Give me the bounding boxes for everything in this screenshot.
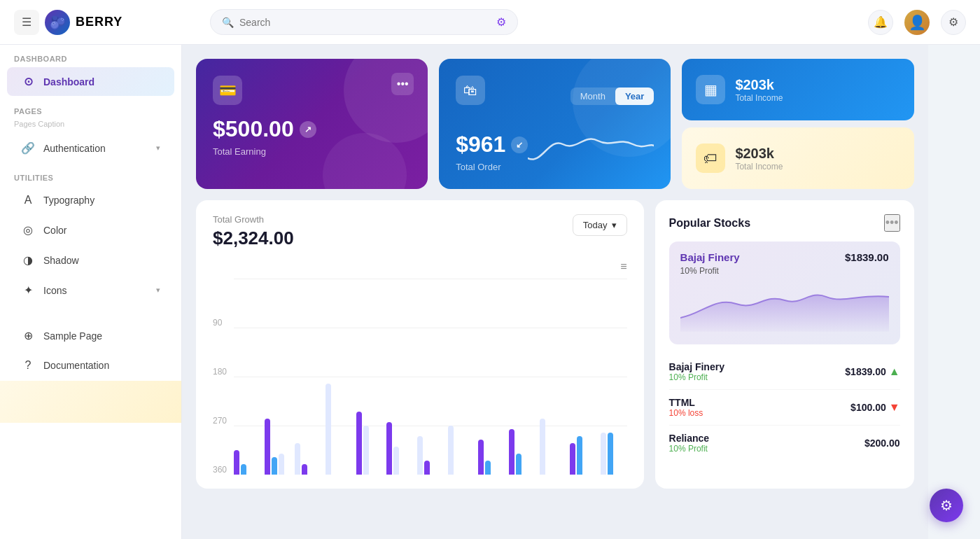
bar-chart: 360 270 180 90 bbox=[213, 279, 627, 475]
earning-trend-icon: ↗ bbox=[300, 121, 316, 138]
order-amount: $961 ↙ bbox=[456, 132, 528, 158]
sidebar-item-label-shadow: Shadow bbox=[43, 255, 79, 266]
bell-icon: 🔔 bbox=[874, 15, 888, 29]
color-icon: ◎ bbox=[21, 223, 35, 237]
search-input[interactable] bbox=[239, 17, 491, 28]
bar-group-7 bbox=[417, 436, 444, 475]
stock-list: Bajaj Finery 10% Profit $1839.00 ▲ TTML … bbox=[669, 354, 900, 461]
income-blue-amount: $203k bbox=[735, 77, 783, 93]
up-icon-1: ▲ bbox=[889, 365, 900, 378]
bar-group-8 bbox=[448, 426, 475, 475]
income-blue-icon: ▦ bbox=[696, 75, 725, 104]
topbar-actions: 🔔 👤 ⚙ bbox=[868, 10, 966, 35]
icons-chevron-icon: ▾ bbox=[156, 286, 160, 295]
notification-button[interactable]: 🔔 bbox=[868, 10, 893, 35]
pages-section-label: Pages bbox=[0, 97, 181, 118]
growth-header: Total Growth $2,324.00 Today ▾ bbox=[213, 214, 627, 249]
bar-light bbox=[540, 419, 545, 475]
bar-purple bbox=[302, 464, 307, 475]
bar-light bbox=[326, 384, 331, 475]
sidebar-item-shadow[interactable]: ◑ Shadow bbox=[7, 246, 174, 274]
pages-caption: Pages Caption bbox=[0, 118, 181, 132]
avatar[interactable]: 👤 bbox=[904, 10, 930, 35]
stock-badge-1: $1839.00 ▲ bbox=[845, 365, 899, 378]
sidebar-item-authentication[interactable]: 🔗 Authentication ▾ bbox=[7, 134, 174, 162]
stock-pct-3: 10% Profit bbox=[669, 444, 710, 454]
logo-area: ☰ 🫐 BERRY bbox=[14, 10, 196, 35]
y-axis: 360 270 180 90 bbox=[213, 279, 234, 475]
order-trend-icon: ↙ bbox=[511, 136, 528, 153]
filter-icon-button[interactable]: ⚙ bbox=[496, 15, 506, 29]
stock-list-item-3: Reliance 10% Profit $200.00 bbox=[669, 426, 900, 461]
chart-bars-area bbox=[234, 279, 627, 475]
order-wave-chart bbox=[528, 130, 654, 172]
income-card-yellow: 🏷 $203k Total Income bbox=[682, 127, 913, 189]
sidebar-item-documentation[interactable]: ? Documentation bbox=[7, 351, 174, 379]
search-bar: 🔍 ⚙ bbox=[210, 9, 518, 35]
shadow-icon: ◑ bbox=[21, 253, 35, 267]
bar-light bbox=[363, 426, 369, 475]
featured-stock: Bajaj Finery $1839.00 10% Profit bbox=[669, 241, 900, 344]
bar-group-1 bbox=[234, 450, 260, 475]
down-icon-2: ▼ bbox=[889, 401, 900, 414]
stock-badge-3: $200.00 bbox=[864, 438, 900, 449]
hamburger-button[interactable]: ☰ bbox=[14, 10, 39, 35]
bar-purple bbox=[356, 412, 362, 475]
chart-menu-icon[interactable]: ≡ bbox=[620, 260, 626, 273]
bar-blue bbox=[516, 454, 522, 475]
income-yellow-icon: 🏷 bbox=[696, 144, 725, 173]
sidebar-item-dashboard[interactable]: ⊙ Dashboard bbox=[7, 67, 174, 96]
fab-button[interactable]: ⚙ bbox=[930, 489, 963, 522]
search-icon: 🔍 bbox=[222, 17, 234, 28]
bar-purple bbox=[234, 450, 239, 475]
bar-group-10 bbox=[509, 429, 536, 475]
bar-group-5 bbox=[356, 412, 383, 475]
sidebar-item-sample-page[interactable]: ⊕ Sample Page bbox=[7, 321, 174, 350]
stock-badge-2: $100.00 ▼ bbox=[850, 401, 899, 414]
stock-name-1: Bajaj Finery bbox=[669, 361, 724, 372]
brand-name: BERRY bbox=[76, 15, 122, 29]
bar-blue bbox=[241, 464, 246, 475]
settings-icon: ⚙ bbox=[948, 15, 958, 29]
sidebar-item-color[interactable]: ◎ Color bbox=[7, 216, 174, 244]
dashboard-icon: ⊙ bbox=[21, 75, 35, 88]
bar-purple bbox=[570, 443, 575, 475]
order-card-header: 🛍 Month Year bbox=[456, 76, 654, 116]
stock-price-3: $200.00 bbox=[864, 438, 900, 449]
sidebar-item-typography[interactable]: A Typography bbox=[7, 186, 174, 214]
sidebar: Dashboard ⊙ Dashboard Pages Pages Captio… bbox=[0, 45, 182, 539]
topbar: ☰ 🫐 BERRY 🔍 ⚙ 🔔 👤 ⚙ bbox=[0, 0, 980, 45]
bar-group-4 bbox=[326, 384, 352, 475]
earning-more-button[interactable]: ••• bbox=[391, 73, 414, 95]
featured-stock-header: Bajaj Finery $1839.00 bbox=[680, 251, 889, 263]
bar-light bbox=[417, 436, 423, 475]
growth-card: Total Growth $2,324.00 Today ▾ ≡ 360 270 bbox=[196, 200, 644, 489]
typography-icon: A bbox=[21, 194, 35, 206]
sidebar-item-icons[interactable]: ✦ Icons ▾ bbox=[7, 276, 174, 304]
bar-blue bbox=[608, 433, 613, 475]
order-chart-area: $961 ↙ Total Order bbox=[456, 130, 654, 172]
bar-light bbox=[448, 426, 454, 475]
stock-price-2: $100.00 bbox=[850, 402, 886, 413]
bar-purple bbox=[265, 419, 270, 475]
docs-icon: ? bbox=[21, 359, 35, 372]
income-cards-column: ▦ $203k Total Income 🏷 $203k Total Incom… bbox=[682, 59, 913, 189]
dashboard-section-label: Dashboard bbox=[0, 45, 181, 66]
stock-name-2: TTML bbox=[669, 397, 704, 408]
today-button[interactable]: Today ▾ bbox=[573, 214, 627, 236]
stock-price-1: $1839.00 bbox=[845, 366, 886, 377]
bar-group-9 bbox=[478, 440, 505, 475]
logo-icon: 🫐 bbox=[45, 10, 70, 35]
toggle-month-button[interactable]: Month bbox=[570, 88, 615, 105]
stock-pct-2: 10% loss bbox=[669, 408, 704, 418]
stocks-title: Popular Stocks bbox=[669, 217, 750, 230]
stocks-header: Popular Stocks ••• bbox=[669, 214, 900, 232]
period-toggle-group: Month Year bbox=[570, 88, 654, 105]
featured-stock-price: $1839.00 bbox=[845, 251, 889, 263]
bar-blue bbox=[485, 461, 491, 475]
stocks-more-button[interactable]: ••• bbox=[884, 214, 900, 232]
bar-purple bbox=[478, 440, 484, 475]
toggle-year-button[interactable]: Year bbox=[615, 88, 654, 105]
settings-button[interactable]: ⚙ bbox=[941, 10, 966, 35]
sidebar-bottom-accent bbox=[0, 381, 181, 423]
